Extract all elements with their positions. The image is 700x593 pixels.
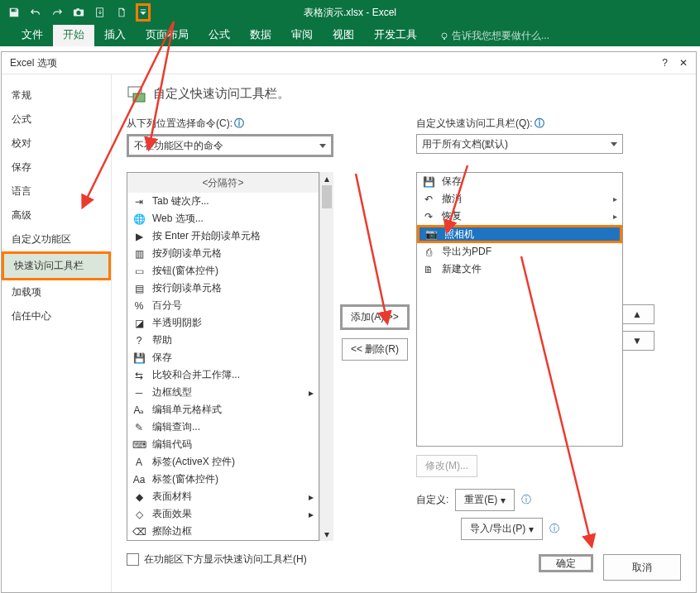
tab-view[interactable]: 视图 <box>323 23 364 46</box>
list-item[interactable]: ◪半透明阴影 <box>127 314 319 332</box>
camera-icon[interactable] <box>71 5 86 20</box>
tab-insert[interactable]: 插入 <box>94 23 136 46</box>
label-activex-icon: A <box>132 456 146 469</box>
qat-item-save[interactable]: 💾保存 <box>417 173 622 190</box>
caret-down-icon: ▾ <box>501 495 506 506</box>
remove-button[interactable]: << 删除(R) <box>342 338 408 361</box>
pdf-icon: ⎙ <box>422 246 435 259</box>
cancel-button[interactable]: 取消 <box>603 554 681 581</box>
list-item[interactable]: ⇆比较和合并工作簿... <box>127 366 319 384</box>
edit-code-icon: ⌨ <box>132 438 146 452</box>
list-item[interactable]: ⇥Tab 键次序... <box>127 193 319 210</box>
material-icon: ◆ <box>132 490 146 504</box>
qat-item-undo[interactable]: ↶撤消▸ <box>417 190 622 208</box>
add-button[interactable]: 添加(A) >> <box>340 304 409 330</box>
list-item[interactable]: ⌫擦除边框 <box>127 523 319 540</box>
qat-item-export-pdf[interactable]: ⎙导出为PDF <box>417 243 622 261</box>
import-export-button[interactable]: 导入/导出(P) ▾ <box>461 518 543 540</box>
list-item[interactable]: A标签(ActiveX 控件) <box>127 453 319 471</box>
new-file-icon[interactable] <box>114 5 129 20</box>
ok-button[interactable]: 确定 <box>539 554 593 572</box>
list-item[interactable]: ⌨编辑代码 <box>127 436 319 453</box>
info-icon[interactable]: ⓘ <box>234 117 244 129</box>
list-item[interactable]: ◇表面效果▸ <box>127 505 319 523</box>
list-item[interactable]: %百分号 <box>127 297 319 314</box>
ribbon-tabs: 文件 开始 插入 页面布局 公式 数据 审阅 视图 开发工具 告诉我您想要做什么… <box>0 25 700 46</box>
qat-commands-list[interactable]: 💾保存 ↶撤消▸ ↷恢复▸ 📷照相机 ⎙导出为PDF 🗎新建文件 <box>416 172 623 447</box>
sidebar-item-customize-ribbon[interactable]: 自定义功能区 <box>2 227 111 251</box>
redo-icon[interactable] <box>50 5 65 20</box>
save-icon[interactable] <box>7 5 22 20</box>
list-item[interactable]: ▥按列朗读单元格 <box>127 245 319 262</box>
tab-review[interactable]: 审阅 <box>281 23 323 46</box>
tab-formulas[interactable]: 公式 <box>199 23 240 46</box>
list-item[interactable]: Aₐ编辑单元格样式 <box>127 401 319 418</box>
undo-icon[interactable] <box>28 5 43 20</box>
excel-titlebar: 表格演示.xlsx - Excel <box>0 0 700 25</box>
info-icon[interactable]: ⓘ <box>535 117 544 129</box>
sidebar-item-advanced[interactable]: 高级 <box>2 203 111 227</box>
list-item[interactable]: 🌐Web 选项... <box>127 210 319 227</box>
tab-page-layout[interactable]: 页面布局 <box>136 23 199 46</box>
sidebar-item-save[interactable]: 保存 <box>2 155 111 179</box>
scroll-down-icon[interactable]: ▾ <box>320 528 333 541</box>
options-sidebar: 常规 公式 校对 保存 语言 高级 自定义功能区 快速访问工具栏 加载项 信任中… <box>2 74 112 592</box>
qat-item-redo[interactable]: ↷恢复▸ <box>417 208 622 225</box>
speak-rows-icon: ▤ <box>132 282 146 295</box>
scrollbar[interactable]: ▴ ▾ <box>319 172 333 541</box>
move-up-button[interactable]: ▲ <box>620 304 654 324</box>
tab-home[interactable]: 开始 <box>53 23 94 46</box>
sidebar-item-general[interactable]: 常规 <box>2 84 111 108</box>
close-icon[interactable]: ✕ <box>679 57 688 69</box>
list-item[interactable]: Aa标签(窗体控件) <box>127 471 319 488</box>
save-icon: 💾 <box>422 175 435 189</box>
qat-customize-dropdown[interactable] <box>136 3 151 22</box>
svg-point-4 <box>442 33 447 38</box>
list-item[interactable]: ▤按行朗读单元格 <box>127 280 319 297</box>
compare-icon: ⇆ <box>132 369 146 382</box>
list-item[interactable]: ▭按钮(窗体控件) <box>127 262 319 280</box>
erase-border-icon: ⌫ <box>132 525 146 538</box>
list-item[interactable]: ?帮助 <box>127 332 319 349</box>
sidebar-item-addins[interactable]: 加载项 <box>2 280 111 304</box>
customize-qat-select[interactable]: 用于所有文档(默认) <box>416 134 623 154</box>
undo-icon: ↶ <box>422 193 435 206</box>
sidebar-item-language[interactable]: 语言 <box>2 179 111 203</box>
tell-me-search[interactable]: 告诉我您想要做什么... <box>435 26 554 46</box>
caret-down-icon <box>611 142 617 146</box>
help-icon[interactable]: ? <box>662 57 668 69</box>
qat-item-camera[interactable]: 📷照相机 <box>417 225 622 243</box>
list-item-separator[interactable]: <分隔符> <box>127 173 319 193</box>
tab-developer[interactable]: 开发工具 <box>364 23 427 46</box>
list-item[interactable]: ─边框线型▸ <box>127 384 319 401</box>
customize-qat-label: 自定义快速访问工具栏(Q):ⓘ <box>416 117 544 131</box>
svg-rect-5 <box>443 38 445 40</box>
options-main-panel: 自定义快速访问工具栏。 从下列位置选择命令(C):ⓘ 自定义快速访问工具栏(Q)… <box>112 74 696 592</box>
info-icon[interactable]: ⓘ <box>549 522 559 536</box>
quick-access-toolbar <box>0 3 151 22</box>
dialog-footer: 确定 取消 <box>539 554 681 581</box>
list-item[interactable]: ◆表面材料▸ <box>127 488 319 505</box>
camera-icon: 📷 <box>424 227 438 241</box>
sidebar-item-trust-center[interactable]: 信任中心 <box>2 304 111 328</box>
move-down-button[interactable]: ▼ <box>620 331 654 351</box>
available-commands-list[interactable]: <分隔符> ⇥Tab 键次序... 🌐Web 选项... ▶按 Enter 开始… <box>127 172 319 541</box>
list-item[interactable]: ✎编辑查询... <box>127 418 319 436</box>
sidebar-item-qat[interactable]: 快速访问工具栏 <box>2 251 111 280</box>
reset-button[interactable]: 重置(E) ▾ <box>455 489 515 511</box>
choose-commands-select[interactable]: 不在功能区中的命令 <box>127 134 333 157</box>
scroll-up-icon[interactable]: ▴ <box>320 172 333 185</box>
list-item[interactable]: 💾保存 <box>127 349 319 366</box>
list-item[interactable]: ▶按 Enter 开始朗读单元格 <box>127 227 319 245</box>
modify-button: 修改(M)... <box>416 455 477 477</box>
tab-data[interactable]: 数据 <box>240 23 281 46</box>
sidebar-item-formulas[interactable]: 公式 <box>2 108 111 132</box>
svg-point-1 <box>76 11 80 15</box>
export-pdf-icon[interactable] <box>93 5 108 20</box>
tab-file[interactable]: 文件 <box>12 23 53 46</box>
sidebar-item-proofing[interactable]: 校对 <box>2 132 111 155</box>
panel-heading: 自定义快速访问工具栏。 <box>127 84 681 103</box>
scroll-thumb[interactable] <box>322 185 332 208</box>
info-icon[interactable]: ⓘ <box>521 493 531 507</box>
qat-item-new-file[interactable]: 🗎新建文件 <box>417 261 622 278</box>
